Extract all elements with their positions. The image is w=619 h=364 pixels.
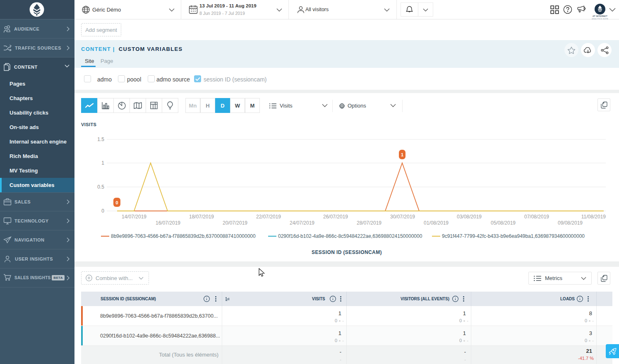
svg-text:16/07/2019: 16/07/2019 [156, 220, 180, 226]
svg-text:20/07/2019: 20/07/2019 [223, 220, 247, 226]
svg-text:11/08/2019: 11/08/2019 [581, 214, 606, 220]
svg-text:09/08/2019: 09/08/2019 [558, 220, 583, 226]
svg-text:28/07/2019: 28/07/2019 [357, 220, 381, 226]
svg-text:1: 1 [401, 152, 403, 157]
svg-text:0.5: 0.5 [97, 184, 104, 190]
svg-text:30/07/2019: 30/07/2019 [390, 214, 415, 220]
svg-text:1: 1 [101, 160, 104, 166]
svg-text:1.5: 1.5 [97, 136, 104, 142]
svg-text:05/08/2019: 05/08/2019 [491, 220, 516, 226]
svg-text:01/08/2019: 01/08/2019 [424, 220, 449, 226]
svg-text:0: 0 [115, 200, 118, 205]
svg-text:22/07/2019: 22/07/2019 [256, 214, 281, 220]
svg-text:24/07/2019: 24/07/2019 [290, 220, 314, 226]
svg-text:26/07/2019: 26/07/2019 [323, 214, 348, 220]
svg-text:07/08/2019: 07/08/2019 [524, 214, 549, 220]
svg-text:14/07/2019: 14/07/2019 [122, 214, 146, 220]
svg-text:18/07/2019: 18/07/2019 [189, 214, 214, 220]
svg-text:03/08/2019: 03/08/2019 [457, 214, 482, 220]
svg-text:0: 0 [101, 208, 104, 214]
